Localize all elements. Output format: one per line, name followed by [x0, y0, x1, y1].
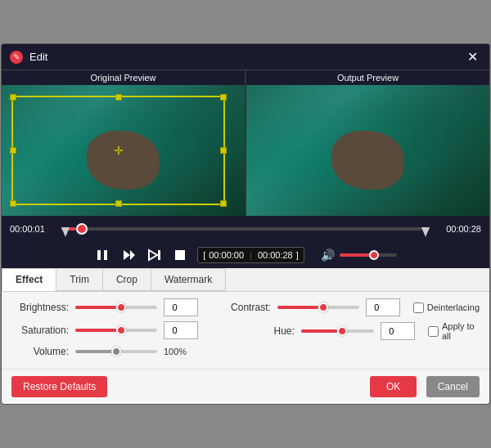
brightness-slider[interactable]: [75, 306, 157, 309]
saturation-input[interactable]: [164, 321, 198, 339]
volume-effect-thumb[interactable]: [111, 347, 121, 356]
tab-crop[interactable]: Crop: [102, 268, 151, 291]
ok-button[interactable]: OK: [370, 376, 417, 397]
footer-bar: Restore Defaults OK Cancel: [2, 369, 489, 404]
contrast-slider[interactable]: [277, 306, 359, 309]
controls-row: [ 00:00:00 | 00:00:28 ] 🔊: [2, 242, 489, 268]
pause-button[interactable]: [94, 247, 110, 263]
output-preview-panel: Output Preview: [246, 70, 489, 216]
hue-thumb[interactable]: [337, 326, 347, 336]
trim-marker-left[interactable]: [61, 227, 70, 237]
hue-fill: [301, 329, 338, 333]
apply-all-checkbox[interactable]: [428, 326, 439, 337]
volume-slider[interactable]: [340, 253, 397, 257]
dialog-icon: ✎: [10, 51, 23, 64]
bracket-right: ]: [296, 250, 299, 260]
volume-effect-fill: [75, 350, 116, 353]
svg-marker-2: [124, 250, 130, 260]
contrast-row: Contrast: Deinterlacing: [214, 298, 480, 316]
saturation-slider[interactable]: [75, 329, 157, 332]
svg-marker-3: [130, 250, 135, 260]
effect-row-2: Saturation: Hue:: [11, 321, 480, 346]
stop-icon: [174, 249, 186, 261]
edit-dialog: ✎ Edit ✕ Original Preview ✛: [1, 43, 490, 405]
volume-icon: 🔊: [321, 249, 335, 262]
volume-thumb[interactable]: [369, 250, 379, 260]
contrast-col: Contrast: Deinterlacing: [214, 298, 480, 321]
timeline-slider[interactable]: [61, 227, 430, 231]
close-button[interactable]: ✕: [464, 49, 481, 65]
volume-area: 🔊: [321, 249, 397, 262]
svg-rect-1: [104, 250, 107, 260]
cancel-button[interactable]: Cancel: [426, 376, 480, 397]
brightness-input[interactable]: [164, 298, 198, 316]
apply-all-checkbox-area: Apply to all: [428, 321, 480, 341]
time-display: [ 00:00:00 | 00:00:28 ]: [197, 247, 304, 263]
step-forward-button[interactable]: [120, 247, 137, 263]
saturation-fill: [75, 329, 116, 332]
end-time-label: 00:00:28: [436, 224, 481, 234]
deinterlacing-checkbox-area: Deinterlacing: [413, 302, 480, 313]
contrast-input[interactable]: [366, 298, 400, 316]
effect-tab-content: Brightness: Contrast:: [2, 292, 489, 369]
title-bar: ✎ Edit ✕: [2, 44, 489, 70]
svg-rect-5: [158, 250, 160, 260]
contrast-fill: [277, 306, 318, 309]
volume-pct-label: 100%: [164, 347, 200, 356]
frame-step-icon: [148, 249, 161, 262]
dialog-title: Edit: [29, 51, 464, 63]
brightness-label: Brightness:: [11, 302, 69, 313]
svg-marker-4: [149, 250, 157, 260]
hue-label: Hue:: [243, 325, 294, 337]
hue-slider[interactable]: [301, 329, 374, 333]
volume-label: Volume:: [11, 346, 69, 357]
saturation-col: Saturation:: [11, 321, 236, 346]
original-preview-label: Original Preview: [2, 70, 245, 85]
effect-row-1: Brightness: Contrast:: [11, 298, 480, 321]
time-display-end: 00:00:28: [258, 250, 293, 260]
timeline-thumb[interactable]: [76, 223, 88, 235]
output-preview-label: Output Preview: [246, 70, 489, 85]
hue-input[interactable]: [381, 322, 415, 340]
volume-row: Volume: 100%: [11, 346, 480, 357]
tab-trim[interactable]: Trim: [56, 268, 103, 291]
volume-effect-slider[interactable]: [75, 350, 157, 353]
current-time-label: 00:00:01: [10, 224, 55, 234]
saturation-thumb[interactable]: [116, 325, 126, 335]
brightness-fill: [75, 306, 116, 309]
preview-area: Original Preview ✛ Output: [2, 70, 489, 216]
trim-marker-right[interactable]: [421, 227, 430, 237]
brightness-col: Brightness:: [11, 298, 207, 321]
step-forward-icon: [122, 249, 135, 262]
time-display-start: 00:00:00: [209, 250, 244, 260]
restore-defaults-button[interactable]: Restore Defaults: [11, 376, 107, 397]
hue-col: Hue: Apply to all: [243, 321, 480, 346]
tabs-row: Effect Trim Crop Watermark: [2, 268, 489, 292]
hue-row: Hue: Apply to all: [243, 321, 480, 341]
time-slider-container: 00:00:01 00:00:28: [10, 221, 481, 237]
time-separator: |: [250, 250, 252, 260]
brightness-thumb[interactable]: [116, 302, 126, 312]
deinterlacing-checkbox[interactable]: [413, 302, 424, 313]
deinterlacing-label: Deinterlacing: [427, 302, 480, 312]
tab-effect[interactable]: Effect: [2, 268, 56, 291]
output-preview-image: [246, 85, 489, 216]
bracket-left: [: [203, 250, 205, 260]
saturation-row: Saturation:: [11, 321, 236, 339]
apply-all-label: Apply to all: [442, 321, 480, 341]
timeline-area: 00:00:01 00:00:28: [2, 216, 489, 242]
frame-step-button[interactable]: [146, 247, 163, 263]
rock-right: [331, 131, 404, 190]
svg-rect-6: [175, 250, 185, 260]
brightness-row: Brightness:: [11, 298, 207, 316]
original-preview-panel: Original Preview ✛: [2, 70, 245, 216]
footer-right-buttons: OK Cancel: [370, 376, 480, 397]
svg-rect-0: [97, 250, 101, 260]
saturation-label: Saturation:: [11, 325, 69, 336]
tab-watermark[interactable]: Watermark: [151, 268, 226, 291]
original-preview-image: ✛: [2, 85, 245, 216]
contrast-thumb[interactable]: [318, 302, 328, 312]
contrast-label: Contrast:: [214, 302, 271, 313]
rock-left: [87, 131, 160, 190]
stop-button[interactable]: [173, 248, 187, 262]
